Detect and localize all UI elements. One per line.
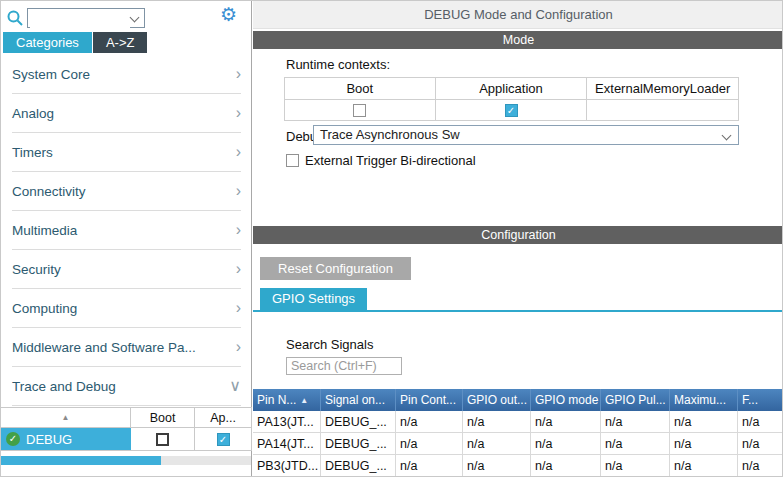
context-application-checkbox[interactable]: ✓ [505, 104, 518, 117]
table-row[interactable]: PA14(JT... DEBUG_... n/a n/a n/a n/a n/a… [253, 433, 783, 455]
sort-asc-icon: ▲ [300, 396, 308, 405]
mode-section-header: Mode [253, 31, 783, 49]
cell-gpio-pull: n/a [601, 433, 670, 455]
search-signals-label: Search Signals [286, 337, 373, 352]
search-icon [6, 9, 24, 27]
cell-gpio-pull: n/a [601, 411, 670, 433]
cell-pin-name: PA13(JT... [253, 411, 321, 433]
header-pin-context[interactable]: Pin Cont... [396, 389, 463, 411]
sidebar-item-security[interactable]: Security › [12, 250, 241, 289]
sidebar-item-middleware[interactable]: Middleware and Software Pa... › [12, 328, 241, 367]
sidebar-item-system-core[interactable]: System Core › [12, 55, 241, 94]
category-label: Trace and Debug [12, 379, 116, 394]
cell-pin-context: n/a [396, 433, 463, 455]
application-cell: ✓ [195, 428, 252, 450]
header-maximum[interactable]: Maximu... [670, 389, 738, 411]
tab-a-to-z[interactable]: A->Z [93, 32, 148, 53]
context-boot-cell [285, 100, 436, 120]
signal-search-input[interactable] [286, 357, 402, 375]
peripheral-search-combo[interactable] [27, 8, 145, 28]
header-gpio-pull[interactable]: GPIO Pul... [601, 389, 670, 411]
chevron-right-icon: › [236, 106, 241, 120]
context-header-application: Application [436, 78, 588, 99]
reset-configuration-button[interactable]: Reset Configuration [260, 257, 411, 280]
context-header-boot: Boot [285, 78, 436, 99]
enabled-check-icon: ✓ [6, 432, 20, 446]
peripheral-name: DEBUG [26, 432, 72, 447]
sidebar-item-connectivity[interactable]: Connectivity › [12, 172, 241, 211]
chevron-down-icon: ∨ [229, 379, 241, 393]
context-boot-checkbox[interactable] [353, 104, 366, 117]
application-checkbox[interactable]: ✓ [217, 433, 230, 446]
chevron-right-icon: › [236, 67, 241, 81]
context-header-externalmemoryloader: ExternalMemoryLoader [587, 78, 738, 99]
table-row: ✓ DEBUG ✓ [1, 428, 252, 451]
gpio-table: Pin N... ▲ Signal on... Pin Cont... GPIO… [253, 389, 783, 477]
tab-underline [253, 310, 783, 312]
category-label: Connectivity [12, 184, 86, 199]
left-tabs: Categories A->Z [3, 32, 147, 53]
category-label: Timers [12, 145, 53, 160]
header-gpio-mode[interactable]: GPIO mode [531, 389, 601, 411]
contexts-value-row: ✓ [285, 99, 738, 120]
peripheral-table-header: ▲ Boot Ap... [1, 407, 252, 428]
sidebar-item-computing[interactable]: Computing › [12, 289, 241, 328]
sort-column-header[interactable]: ▲ [1, 408, 131, 427]
chevron-right-icon: › [236, 262, 241, 276]
application-column-header[interactable]: Ap... [195, 408, 252, 427]
cell-maximum: n/a [670, 411, 738, 433]
boot-cell [131, 428, 195, 450]
gear-icon[interactable]: ⚙ [220, 3, 237, 26]
sidebar-item-timers[interactable]: Timers › [12, 133, 241, 172]
cell-gpio-output: n/a [463, 455, 531, 477]
cell-gpio-output: n/a [463, 411, 531, 433]
boot-checkbox[interactable] [156, 433, 169, 446]
boot-column-header[interactable]: Boot [131, 408, 195, 427]
chevron-right-icon: › [236, 184, 241, 198]
category-label: Analog [12, 106, 54, 121]
configuration-section-header: Configuration [253, 226, 783, 244]
peripheral-table: ▲ Boot Ap... ✓ DEBUG ✓ [1, 407, 252, 451]
external-trigger-checkbox[interactable] [286, 154, 299, 167]
sidebar-item-analog[interactable]: Analog › [12, 94, 241, 133]
cell-pin-context: n/a [396, 455, 463, 477]
runtime-contexts-label: Runtime contexts: [286, 57, 390, 72]
cell-gpio-mode: n/a [531, 411, 601, 433]
table-row[interactable]: PB3(JTD... DEBUG_... n/a n/a n/a n/a n/a… [253, 455, 783, 477]
tab-gpio-settings[interactable]: GPIO Settings [260, 288, 367, 310]
tab-categories[interactable]: Categories [3, 32, 92, 53]
contexts-header-row: Boot Application ExternalMemoryLoader [285, 78, 738, 99]
header-signal-on-pin[interactable]: Signal on... [321, 389, 396, 411]
header-fast-mode[interactable]: F... [738, 389, 783, 411]
chevron-right-icon: › [236, 223, 241, 237]
category-list: System Core › Analog › Timers › Connecti… [1, 55, 252, 406]
header-label: Pin N... [257, 393, 296, 407]
context-application-cell: ✓ [436, 100, 588, 120]
chevron-right-icon: › [236, 145, 241, 159]
chevron-right-icon: › [236, 340, 241, 354]
category-label: Multimedia [12, 223, 77, 238]
category-label: System Core [12, 67, 90, 82]
left-panel: ⚙ Categories A->Z System Core › Analog ›… [1, 1, 252, 477]
cell-maximum: n/a [670, 455, 738, 477]
debug-mode-select[interactable]: Trace Asynchronous Sw [313, 125, 739, 145]
peripheral-debug-row[interactable]: ✓ DEBUG [1, 428, 131, 450]
app-window: ⚙ Categories A->Z System Core › Analog ›… [0, 0, 783, 477]
header-gpio-output[interactable]: GPIO out... [463, 389, 531, 411]
header-pin-name[interactable]: Pin N... ▲ [253, 389, 321, 411]
external-trigger-label: External Trigger Bi-directional [305, 153, 476, 168]
peripheral-search-input[interactable] [30, 10, 130, 28]
cell-signal: DEBUG_... [321, 411, 396, 433]
table-row[interactable]: PA13(JT... DEBUG_... n/a n/a n/a n/a n/a… [253, 411, 783, 433]
horizontal-scrollbar[interactable] [1, 456, 251, 465]
category-label: Middleware and Software Pa... [12, 340, 196, 355]
scrollbar-thumb[interactable] [1, 456, 161, 465]
chevron-down-icon [130, 13, 140, 23]
debug-mode-value: Trace Asynchronous Sw [320, 127, 460, 142]
cell-pin-name: PA14(JT... [253, 433, 321, 455]
context-externalmemoryloader-cell [587, 100, 738, 120]
cell-maximum: n/a [670, 433, 738, 455]
sidebar-item-trace-and-debug[interactable]: Trace and Debug ∨ [12, 367, 241, 406]
cell-gpio-pull: n/a [601, 455, 670, 477]
sidebar-item-multimedia[interactable]: Multimedia › [12, 211, 241, 250]
